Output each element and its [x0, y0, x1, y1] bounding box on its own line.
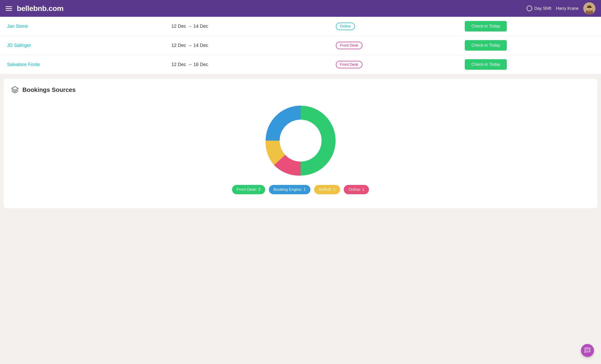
sun-icon — [526, 5, 532, 11]
booking-source: Front Desk — [336, 61, 465, 68]
bookings-table: Jan Stone 12 Dec → 14 Dec Online Check-i… — [0, 17, 601, 74]
user-name: Harry Krane — [556, 6, 579, 11]
svg-point-12 — [586, 350, 587, 351]
booking-source: Front Desk — [336, 42, 465, 49]
legend-item-online: Online: 1 — [344, 185, 369, 194]
legend-item-frontdesk: Front Desk: 3 — [232, 185, 265, 194]
checkin-button[interactable]: Check-in Today — [465, 40, 507, 51]
day-shift-label: Day Shift — [534, 6, 551, 11]
day-shift-toggle[interactable]: Day Shift — [526, 5, 551, 11]
table-row: Jan Stone 12 Dec → 14 Dec Online Check-i… — [0, 17, 601, 36]
booking-dates: 12 Dec → 14 Dec — [171, 43, 336, 48]
booking-dates: 12 Dec → 16 Dec — [171, 62, 336, 67]
header-right: Day Shift Harry Krane — [526, 2, 595, 14]
chart-legend: Front Desk: 3 Booking Engine: 1 AirBnB: … — [232, 185, 369, 194]
donut-chart — [263, 103, 338, 178]
svg-point-14 — [588, 350, 589, 351]
layers-icon — [11, 86, 19, 94]
chart-container: Front Desk: 3 Booking Engine: 1 AirBnB: … — [11, 99, 590, 199]
checkin-button[interactable]: Check-in Today — [465, 21, 507, 31]
guest-name[interactable]: Jan Stone — [7, 24, 171, 29]
section-header: Bookings Sources — [11, 86, 590, 94]
source-badge: Front Desk — [336, 42, 362, 49]
legend-item-airbnb: AirBnB: 1 — [314, 185, 340, 194]
checkin-button[interactable]: Check-in Today — [465, 59, 507, 70]
svg-point-0 — [527, 6, 532, 11]
app-header: bellebnb.com Day Shift Harry Krane — [0, 0, 601, 17]
guest-name[interactable]: Salvatore Fonte — [7, 62, 171, 67]
svg-point-13 — [587, 350, 588, 351]
source-badge: Online — [336, 23, 355, 30]
guest-name[interactable]: JD Salinger — [7, 43, 171, 48]
chat-icon — [584, 347, 591, 354]
booking-source: Online — [336, 23, 465, 30]
booking-dates: 12 Dec → 14 Dec — [171, 24, 336, 29]
checkin-col: Check-in Today — [465, 40, 594, 51]
table-row: JD Salinger 12 Dec → 14 Dec Front Desk C… — [0, 36, 601, 55]
avatar[interactable] — [583, 2, 595, 14]
app-logo: bellebnb.com — [17, 4, 526, 13]
legend-item-booking-engine: Booking Engine: 1 — [269, 185, 311, 194]
menu-button[interactable] — [6, 6, 12, 11]
checkin-col: Check-in Today — [465, 21, 594, 31]
table-row: Salvatore Fonte 12 Dec → 16 Dec Front De… — [0, 55, 601, 74]
svg-rect-10 — [588, 9, 591, 11]
avatar-image — [583, 2, 595, 14]
svg-point-11 — [280, 120, 322, 162]
bookings-sources-section: Bookings Sources — [4, 79, 597, 208]
chat-button[interactable] — [581, 344, 594, 357]
section-title: Bookings Sources — [22, 86, 76, 94]
source-badge: Front Desk — [336, 61, 362, 68]
checkin-col: Check-in Today — [465, 59, 594, 70]
